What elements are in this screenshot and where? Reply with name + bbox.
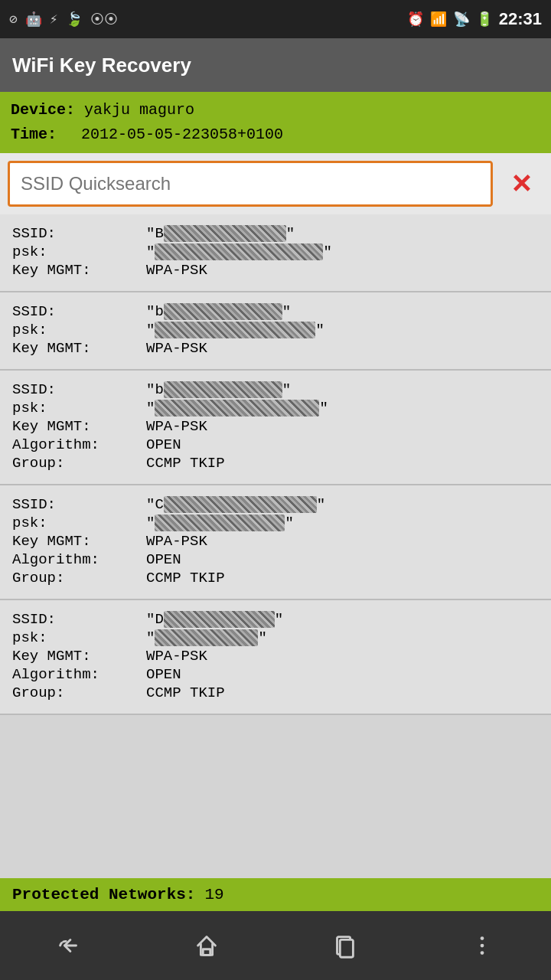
- back-button[interactable]: [38, 923, 99, 969]
- keymgmt-key: Key MGMT:: [12, 262, 146, 279]
- signal-icon: 📡: [453, 11, 470, 28]
- group-value: CCMP TKIP: [146, 684, 225, 701]
- keymgmt-value: WPA-PSK: [146, 418, 207, 435]
- psk-row: psk: " ": [12, 322, 539, 338]
- keymgmt-key: Key MGMT:: [12, 648, 146, 665]
- psk-value: " ": [146, 243, 332, 260]
- psk-row: psk: " ": [12, 514, 539, 531]
- psk-key: psk:: [12, 400, 146, 416]
- algorithm-key: Algorithm:: [12, 551, 146, 568]
- svg-rect-2: [340, 939, 353, 957]
- algorithm-row: Algorithm: OPEN: [12, 436, 539, 453]
- network-list[interactable]: SSID: "B " psk: " " Key MGMT: WPA-PSK SS…: [0, 214, 551, 878]
- algorithm-row: Algorithm: OPEN: [12, 666, 539, 683]
- time-label: Time:: [11, 122, 72, 147]
- ssid-value: "b ": [146, 381, 291, 398]
- footer-label: Protected Networks:: [12, 886, 195, 903]
- app-bar: WiFi Key Recovery: [0, 38, 551, 92]
- group-row: Group: CCMP TKIP: [12, 570, 539, 586]
- network-item[interactable]: SSID: "C " psk: " " Key MGMT: WPA-PSK Al…: [0, 485, 551, 600]
- android-icon: 🤖: [25, 11, 42, 28]
- keymgmt-key: Key MGMT:: [12, 340, 146, 357]
- ssid-row: SSID: "C ": [12, 496, 539, 513]
- device-row: Device: yakju maguro: [11, 98, 540, 122]
- ssid-value: "D ": [146, 611, 283, 628]
- network-item[interactable]: SSID: "b " psk: " " Key MGMT: WPA-PSK Al…: [0, 371, 551, 485]
- keymgmt-key: Key MGMT:: [12, 533, 146, 550]
- network-item[interactable]: SSID: "B " psk: " " Key MGMT: WPA-PSK: [0, 214, 551, 292]
- keymgmt-row: Key MGMT: WPA-PSK: [12, 533, 539, 550]
- more-button[interactable]: [452, 923, 513, 969]
- algorithm-value: OPEN: [146, 551, 181, 568]
- battery-icon: 🔋: [476, 11, 493, 28]
- svg-point-3: [481, 936, 484, 940]
- alarm-icon: ⏰: [407, 11, 424, 28]
- home-button[interactable]: [176, 923, 237, 969]
- psk-value: " ": [146, 400, 328, 416]
- group-key: Group:: [12, 570, 146, 586]
- status-time: 22:31: [499, 9, 542, 29]
- ssid-value: "C ": [146, 496, 325, 513]
- ssid-key: SSID:: [12, 381, 146, 398]
- search-input[interactable]: [8, 161, 493, 207]
- voicemail-icon: ⦿⦿: [90, 11, 118, 28]
- time-row: Time: 2012-05-05-223058+0100: [11, 122, 540, 147]
- clear-button[interactable]: ✕: [499, 161, 543, 207]
- svg-point-5: [481, 951, 484, 955]
- app-title: WiFi Key Recovery: [12, 54, 191, 77]
- footer-count: 19: [204, 886, 223, 903]
- recents-button[interactable]: [314, 923, 375, 969]
- algorithm-value: OPEN: [146, 436, 181, 453]
- psk-key: psk:: [12, 243, 146, 260]
- psk-value: " ": [146, 514, 294, 531]
- psk-row: psk: " ": [12, 629, 539, 646]
- ssid-row: SSID: "D ": [12, 611, 539, 628]
- psk-value: " ": [146, 322, 324, 338]
- svg-rect-0: [203, 949, 210, 956]
- psk-value: " ": [146, 629, 267, 646]
- status-bar: ⊘ 🤖 ⚡ 🍃 ⦿⦿ ⏰ 📶 📡 🔋 22:31: [0, 0, 551, 38]
- leaf-icon: 🍃: [66, 11, 83, 28]
- ssid-key: SSID:: [12, 611, 146, 628]
- keymgmt-row: Key MGMT: WPA-PSK: [12, 340, 539, 357]
- nav-bar: [0, 911, 551, 980]
- psk-row: psk: " ": [12, 243, 539, 260]
- ssid-key: SSID:: [12, 303, 146, 320]
- keymgmt-value: WPA-PSK: [146, 648, 207, 665]
- back-icon: [54, 931, 83, 960]
- svg-point-4: [481, 944, 484, 948]
- psk-key: psk:: [12, 322, 146, 338]
- device-value: yakju maguro: [84, 98, 194, 122]
- algorithm-key: Algorithm:: [12, 436, 146, 453]
- group-value: CCMP TKIP: [146, 455, 225, 472]
- group-row: Group: CCMP TKIP: [12, 684, 539, 701]
- keymgmt-row: Key MGMT: WPA-PSK: [12, 262, 539, 279]
- search-bar: ✕: [0, 153, 551, 214]
- status-icons-right: ⏰ 📶 📡 🔋 22:31: [407, 9, 542, 29]
- keymgmt-value: WPA-PSK: [146, 340, 207, 357]
- keymgmt-value: WPA-PSK: [146, 533, 207, 550]
- usb-icon: ⚡: [50, 11, 58, 28]
- ssid-row: SSID: "b ": [12, 381, 539, 398]
- more-icon: [468, 931, 497, 960]
- network-item[interactable]: SSID: "b " psk: " " Key MGMT: WPA-PSK: [0, 292, 551, 371]
- ssid-row: SSID: "b ": [12, 303, 539, 320]
- psk-row: psk: " ": [12, 400, 539, 416]
- group-value: CCMP TKIP: [146, 570, 225, 586]
- ssid-key: SSID:: [12, 496, 146, 513]
- home-icon: [192, 931, 221, 960]
- network-item[interactable]: SSID: "D " psk: " " Key MGMT: WPA-PSK Al…: [0, 600, 551, 715]
- ssid-value: "b ": [146, 303, 291, 320]
- keymgmt-key: Key MGMT:: [12, 418, 146, 435]
- psk-key: psk:: [12, 514, 146, 531]
- status-icons-left: ⊘ 🤖 ⚡ 🍃 ⦿⦿: [9, 11, 118, 28]
- wifi-icon: 📶: [430, 11, 447, 28]
- recents-icon: [330, 931, 359, 960]
- algorithm-value: OPEN: [146, 666, 181, 683]
- keymgmt-row: Key MGMT: WPA-PSK: [12, 648, 539, 665]
- group-key: Group:: [12, 455, 146, 472]
- ssid-row: SSID: "B ": [12, 225, 539, 242]
- info-bar: Device: yakju maguro Time: 2012-05-05-22…: [0, 92, 551, 153]
- ssid-value: "B ": [146, 225, 295, 242]
- algorithm-row: Algorithm: OPEN: [12, 551, 539, 568]
